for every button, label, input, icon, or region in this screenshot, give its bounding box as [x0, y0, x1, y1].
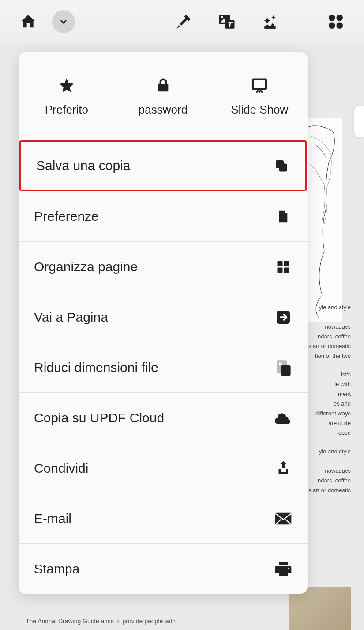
menu-item-save-copy[interactable]: Salva una copia [19, 140, 307, 191]
doc-text-fragment: tion of the two [315, 352, 351, 361]
menu-item-print[interactable]: Stampa [19, 543, 308, 594]
magic-icon [262, 13, 278, 30]
doc-text-fragment: ndars, coffee [318, 332, 351, 342]
svg-rect-21 [281, 365, 291, 376]
menu-item-label: Condividi [34, 461, 88, 476]
image-text-button[interactable]: T [216, 11, 237, 32]
grid-button[interactable] [325, 11, 346, 32]
svg-point-23 [288, 567, 289, 569]
top-toolbar: T [0, 0, 364, 43]
copy-icon [272, 157, 290, 175]
menu-item-preferences[interactable]: Preferenze [19, 191, 308, 241]
menu-item-share[interactable]: Condividi [19, 443, 308, 493]
doc-text-fragment: nowadays [325, 467, 351, 476]
tab-slideshow[interactable]: Slide Show [211, 52, 308, 140]
doc-text-fragment: oose [338, 429, 351, 438]
doc-text-fragment: s art or domestic [308, 486, 351, 495]
document-icon [274, 208, 292, 225]
svg-rect-18 [284, 267, 289, 273]
chevron-down-icon [58, 16, 69, 27]
doc-text-fragment: nowadays [325, 323, 351, 332]
menu-item-label: E-mail [34, 511, 71, 526]
footer-document-text: The Animal Drawing Guide aims to provide… [26, 618, 176, 625]
mail-icon [274, 510, 292, 528]
highlighter-button[interactable] [173, 11, 194, 32]
doc-text-fragment: es and [334, 399, 351, 409]
presentation-icon [251, 76, 268, 94]
svg-point-2 [221, 15, 223, 18]
svg-rect-8 [329, 22, 335, 28]
menu-item-organize-pages[interactable]: Organizza pagine [19, 241, 308, 292]
svg-rect-9 [337, 22, 343, 28]
svg-rect-11 [253, 79, 266, 89]
menu-item-reduce-file-size[interactable]: Riduci dimensioni file [19, 342, 308, 392]
home-button[interactable] [18, 11, 39, 32]
tab-password[interactable]: password [115, 52, 212, 140]
svg-rect-17 [278, 267, 283, 273]
tab-label: Slide Show [231, 103, 288, 117]
star-icon [58, 76, 75, 94]
doc-text-fragment: le with [334, 380, 351, 389]
document-image-sketch [302, 118, 342, 322]
doc-text-fragment: ment [338, 390, 351, 399]
menu-item-label: Riduci dimensioni file [34, 360, 158, 375]
svg-rect-7 [337, 15, 343, 21]
menu-item-label: Preferenze [34, 209, 99, 224]
magic-button[interactable] [259, 11, 281, 32]
menu-item-label: Copia su UPDF Cloud [34, 410, 164, 425]
toolbar-divider [303, 13, 303, 30]
menu-item-go-to-page[interactable]: Vai a Pagina [19, 292, 308, 342]
share-icon [274, 459, 292, 477]
doc-text-fragment: yle and style [319, 303, 351, 312]
menu-item-email[interactable]: E-mail [19, 493, 308, 543]
svg-marker-12 [258, 91, 261, 93]
home-icon [19, 13, 37, 30]
menu-item-label: Organizza pagine [34, 259, 138, 274]
menu-item-label: Salva una copia [36, 158, 131, 173]
highlighter-icon [175, 13, 192, 30]
grid-small-icon [274, 258, 292, 276]
tab-label: Preferito [45, 103, 88, 117]
side-pull-tab[interactable] [354, 106, 364, 137]
svg-marker-5 [264, 23, 275, 29]
doc-text-fragment: ndars, coffee [318, 476, 351, 486]
main-dropdown-menu: Preferito password Slide Show Salva una … [19, 52, 308, 594]
compress-icon [274, 359, 292, 376]
tab-label: password [139, 103, 188, 117]
menu-item-label: Stampa [34, 562, 79, 577]
dropdown-tabs-row: Preferito password Slide Show [19, 52, 308, 140]
svg-rect-14 [279, 164, 287, 172]
cloud-icon [274, 409, 292, 427]
doc-text-fragment: yle and style [319, 447, 351, 456]
svg-text:T: T [228, 20, 233, 29]
dropdown-list: Salva una copia Preferenze Organizza pag… [19, 140, 308, 594]
svg-rect-6 [329, 15, 335, 21]
menu-item-label: Vai a Pagina [34, 310, 108, 325]
doc-text-fragment: are quite [328, 419, 351, 428]
arrow-right-box-icon [274, 308, 292, 326]
tab-preferito[interactable]: Preferito [19, 52, 115, 140]
dropdown-toggle[interactable] [52, 10, 75, 33]
svg-rect-15 [278, 261, 283, 266]
grid-icon [327, 13, 344, 30]
doc-text-fragment: s art or domestic [308, 342, 351, 351]
doc-text-fragment: ist's [341, 370, 351, 380]
print-icon [274, 560, 292, 578]
lock-icon [154, 76, 172, 94]
image-text-icon: T [218, 12, 236, 31]
menu-item-copy-to-cloud[interactable]: Copia su UPDF Cloud [19, 392, 308, 443]
doc-text-fragment: different ways [315, 409, 351, 418]
svg-rect-16 [284, 261, 289, 266]
